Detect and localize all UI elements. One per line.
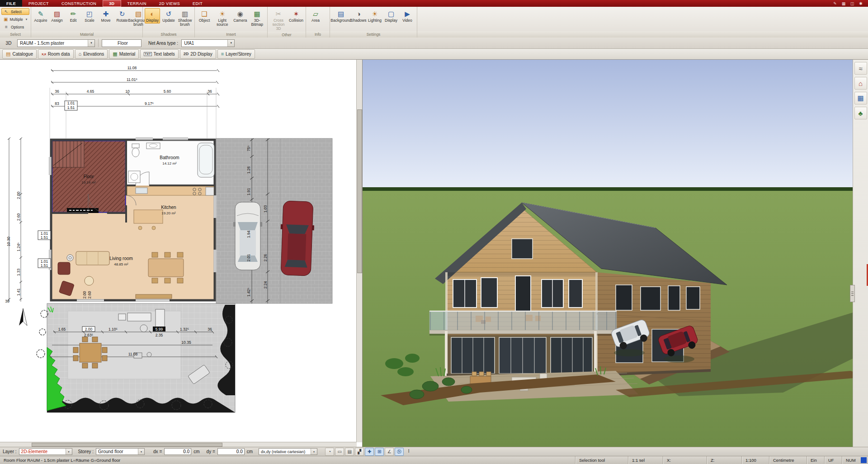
- menu-tab-construction[interactable]: CONSTRUCTION: [55, 0, 103, 7]
- menu-tab-file[interactable]: FILE: [0, 0, 22, 7]
- house-icon: ⌂: [859, 80, 863, 87]
- shadows-settings-button[interactable]: ◑ Shadows: [351, 8, 366, 24]
- ein-toggle-cell[interactable]: Ein: [807, 456, 824, 464]
- svg-text:2.00: 2.00: [82, 291, 87, 298]
- panel-splitter-handle[interactable]: [850, 285, 855, 302]
- bitmap-3d-button[interactable]: ▦ 3D-Bitmap: [249, 8, 265, 28]
- effects-icon[interactable]: ✱: [858, 1, 863, 6]
- sky-settings-button[interactable]: ≈: [854, 62, 867, 75]
- clock-icon[interactable]: ◔: [325, 448, 334, 456]
- background-image-icon[interactable]: ▤: [345, 448, 354, 456]
- group-label-info: Info: [306, 31, 330, 38]
- lighting-settings-button[interactable]: ☀ Lighting: [367, 8, 382, 24]
- car-red-plan[interactable]: [279, 201, 315, 276]
- application-window: FILE PROJECT CONSTRUCTION 3D TERRAIN 2D …: [0, 0, 868, 464]
- insert-object-button[interactable]: ❑ Object: [197, 8, 212, 24]
- light-source-button[interactable]: ☀ Light source: [213, 8, 231, 28]
- plan-view-2d[interactable]: 11.08 11.01⁵ 36 4.65 10 5.60 36 83 1.01 …: [0, 60, 363, 447]
- text-cursor-icon: I: [405, 448, 413, 455]
- svg-text:2.63⁵: 2.63⁵: [84, 333, 93, 337]
- view-3d[interactable]: [363, 60, 853, 447]
- dx-input[interactable]: [164, 448, 191, 455]
- area-button[interactable]: ▱ Area: [308, 8, 323, 24]
- uf-toggle-cell[interactable]: UF: [824, 456, 842, 464]
- scale-cell[interactable]: 1:100: [741, 456, 769, 464]
- layer-storey-icon: ≡: [221, 52, 224, 57]
- display-shadows-button[interactable]: ◐ Display: [145, 8, 160, 24]
- coordinate-mode-select[interactable]: dx,dy (relative cartesian) ▾: [259, 448, 317, 455]
- svg-text:11.08: 11.08: [127, 66, 137, 70]
- svg-text:11.01⁵: 11.01⁵: [127, 77, 137, 82]
- acquire-material-icon: ✎: [38, 9, 44, 19]
- svg-text:Bathroom: Bathroom: [160, 155, 179, 160]
- acquire-button[interactable]: ✎ Acquire: [33, 8, 48, 24]
- menu-tab-2d-views[interactable]: 2D VIEWS: [153, 0, 186, 7]
- pencil-icon[interactable]: ✎: [832, 1, 838, 6]
- room-style-select[interactable]: RAUM - 1.5cm plaster ▾: [17, 39, 95, 47]
- menu-tab-edit[interactable]: EDIT: [186, 0, 209, 7]
- group-label-insert: Insert: [195, 31, 267, 38]
- svg-text:75⁵: 75⁵: [246, 146, 251, 152]
- hatch-toggle-icon[interactable]: ▞: [355, 448, 364, 456]
- edit-material-button[interactable]: ✏ Edit: [66, 8, 81, 24]
- options-button[interactable]: ≡ Options: [1, 24, 29, 30]
- grid-snap-icon[interactable]: ⊞: [375, 448, 384, 456]
- texture-icon[interactable]: ▦: [841, 1, 846, 6]
- menu-tab-terrain[interactable]: TERRAIN: [121, 0, 153, 7]
- svg-text:2.60: 2.60: [16, 213, 21, 221]
- scrollbar-thumb[interactable]: [357, 109, 362, 273]
- dy-unit: cm: [247, 449, 253, 454]
- layer-storey-button[interactable]: ≡ Layer/Storey: [217, 49, 255, 59]
- dx-unit: cm: [193, 449, 199, 454]
- text-labels-icon: TXT: [144, 52, 151, 56]
- menu-tab-project[interactable]: PROJECT: [22, 0, 55, 7]
- rotate-button[interactable]: ↻ Rotate: [114, 8, 130, 24]
- svg-text:2.35: 2.35: [156, 333, 163, 337]
- camera-button[interactable]: ◉ Camera: [232, 8, 248, 24]
- crosshair-toggle-icon[interactable]: ✚: [365, 448, 374, 456]
- plan-vertical-scrollbar[interactable]: [356, 60, 362, 442]
- angle-snap-icon[interactable]: ∠: [385, 448, 394, 456]
- select-icon: ↖: [4, 9, 9, 14]
- elevations-button[interactable]: ⌂ Elevations: [75, 49, 108, 59]
- collision-button[interactable]: ✶ Collision: [288, 8, 304, 24]
- material-tab-button[interactable]: ▦ Material: [109, 49, 139, 59]
- materials-palette-button[interactable]: ▦: [854, 92, 867, 104]
- update-shadows-button[interactable]: ↺ Update: [161, 8, 176, 24]
- ground-floor: [445, 331, 597, 376]
- tree-icon: ♣: [859, 109, 863, 117]
- dy-input[interactable]: [217, 448, 245, 455]
- display-settings-button[interactable]: ▢ Display: [383, 8, 399, 24]
- multiple-button[interactable]: ▣ Multiple ▾: [1, 16, 29, 23]
- scale-button[interactable]: ◰ Scale: [82, 8, 97, 24]
- move-button[interactable]: ✚ Move: [98, 8, 113, 24]
- text-labels-button[interactable]: TXT Text labels: [140, 49, 178, 59]
- gable-window: [512, 239, 533, 259]
- svg-text:38: 38: [5, 299, 9, 303]
- shadow-brush-button[interactable]: ▥ Shadow brush: [177, 8, 193, 28]
- catalogue-button[interactable]: ▤ Catalogue: [2, 49, 37, 59]
- north-arrow-icon[interactable]: Ⓝ: [395, 448, 404, 456]
- layout-icon[interactable]: ◫: [849, 1, 855, 6]
- svg-text:2.26: 2.26: [263, 254, 268, 261]
- video-button[interactable]: ▶ Video: [400, 8, 415, 24]
- display-mode-icon[interactable]: ▭: [335, 448, 344, 456]
- vegetation-button[interactable]: ♣: [854, 107, 867, 119]
- group-label-select: Select: [0, 31, 31, 38]
- storey-select[interactable]: Ground floor ▾: [96, 448, 145, 455]
- room-name-field[interactable]: Floor: [102, 39, 142, 47]
- assign-button[interactable]: ▨ Assign: [49, 8, 65, 24]
- select-button[interactable]: ↖ Select: [1, 8, 29, 15]
- home-view-button[interactable]: ⌂: [854, 77, 867, 90]
- plan-horizontal-scrollbar[interactable]: [0, 442, 357, 447]
- svg-text:1.94: 1.94: [246, 230, 251, 238]
- room-data-button[interactable]: x,x Room data: [38, 49, 74, 59]
- unit-cell[interactable]: Centimetre: [769, 456, 807, 464]
- layer-select[interactable]: 2D-Elemente ▾: [19, 448, 72, 455]
- svg-text:1.51: 1.51: [41, 263, 48, 268]
- 2d-display-button[interactable]: 2D 2D Display: [180, 49, 216, 59]
- net-area-type-select[interactable]: UfA1 ▾: [181, 39, 235, 47]
- scrollbar-thumb[interactable]: [32, 443, 222, 447]
- background-settings-button[interactable]: ▤ Background: [332, 8, 350, 24]
- menu-tab-3d[interactable]: 3D: [103, 0, 121, 7]
